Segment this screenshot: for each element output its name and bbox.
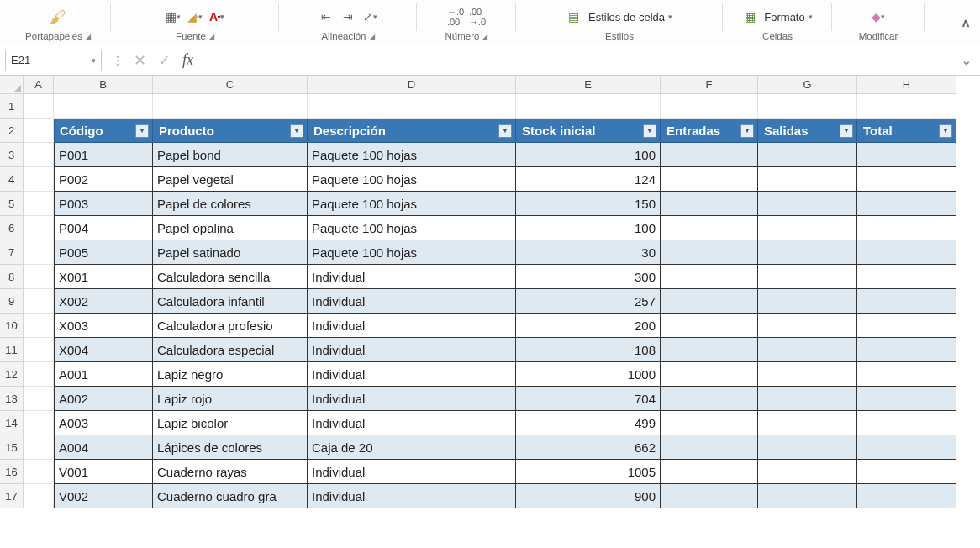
table-cell[interactable]: 1005	[516, 460, 661, 484]
table-cell[interactable]: Caja de 20	[308, 435, 516, 460]
fill-color-icon[interactable]: ◢▾	[187, 9, 203, 24]
table-cell[interactable]: Individual	[308, 362, 516, 387]
cell[interactable]	[24, 314, 54, 338]
cell[interactable]	[758, 94, 857, 119]
row-header[interactable]: 15	[0, 435, 24, 460]
table-cell[interactable]	[661, 484, 758, 508]
cell[interactable]	[24, 338, 54, 362]
table-cell[interactable]: A003	[54, 411, 153, 435]
row-header[interactable]: 12	[0, 362, 24, 387]
cell[interactable]	[308, 94, 516, 119]
cell[interactable]	[24, 265, 54, 289]
table-cell[interactable]	[758, 460, 857, 484]
format-button[interactable]: Formato▾	[764, 11, 812, 24]
table-header[interactable]: Producto▼	[153, 119, 308, 143]
column-header[interactable]: A	[24, 76, 54, 94]
table-cell[interactable]	[857, 460, 956, 484]
filter-dropdown-icon[interactable]: ▼	[643, 124, 656, 138]
column-header[interactable]: E	[516, 76, 661, 94]
table-header[interactable]: Descripción▼	[308, 119, 516, 143]
row-header[interactable]: 3	[0, 143, 24, 167]
table-cell[interactable]: P001	[54, 143, 153, 167]
table-cell[interactable]: 900	[516, 484, 661, 508]
table-cell[interactable]: Papel vegetal	[153, 167, 308, 192]
filter-dropdown-icon[interactable]: ▼	[290, 124, 303, 138]
filter-dropdown-icon[interactable]: ▼	[498, 124, 512, 138]
table-cell[interactable]	[857, 314, 956, 338]
clear-icon[interactable]: ◆▾	[871, 9, 886, 24]
format-icon[interactable]: ▦	[742, 9, 757, 24]
column-header[interactable]: B	[54, 76, 153, 94]
row-header[interactable]: 4	[0, 167, 24, 192]
table-cell[interactable]	[661, 216, 758, 240]
row-header[interactable]: 11	[0, 338, 24, 362]
cell[interactable]	[153, 94, 308, 119]
increase-decimal-icon[interactable]: ←.0.00	[448, 9, 463, 24]
table-cell[interactable]: Papel satinado	[153, 240, 308, 265]
cell[interactable]	[24, 216, 54, 240]
table-cell[interactable]: Cuaderno rayas	[153, 460, 308, 484]
table-cell[interactable]	[758, 143, 857, 167]
row-header[interactable]: 9	[0, 289, 24, 314]
table-cell[interactable]: Paquete 100 hojas	[308, 216, 516, 240]
table-cell[interactable]	[758, 411, 857, 435]
table-header[interactable]: Total▼	[857, 119, 956, 143]
paste-brush-icon[interactable]: 🖌	[50, 9, 66, 24]
chevron-down-icon[interactable]: ▾	[92, 56, 96, 65]
table-cell[interactable]: P004	[54, 216, 153, 240]
table-cell[interactable]	[857, 435, 956, 460]
column-header[interactable]: C	[153, 76, 308, 94]
font-color-icon[interactable]: A▾	[209, 9, 224, 24]
table-cell[interactable]: 300	[516, 265, 661, 289]
dialog-launcher-icon[interactable]: ◢	[209, 33, 214, 40]
cell[interactable]	[24, 362, 54, 387]
table-cell[interactable]: X003	[54, 314, 153, 338]
table-cell[interactable]: P002	[54, 167, 153, 192]
cell[interactable]	[54, 94, 153, 119]
table-cell[interactable]	[758, 314, 857, 338]
table-cell[interactable]: 704	[516, 387, 661, 411]
dialog-launcher-icon[interactable]: ◢	[482, 33, 487, 40]
table-cell[interactable]: Calculadora especial	[153, 338, 308, 362]
row-header[interactable]: 10	[0, 314, 24, 338]
dialog-launcher-icon[interactable]: ◢	[370, 33, 375, 40]
table-cell[interactable]	[661, 143, 758, 167]
table-cell[interactable]	[857, 387, 956, 411]
table-header[interactable]: Entradas▼	[661, 119, 758, 143]
column-header[interactable]: H	[857, 76, 956, 94]
row-header[interactable]: 13	[0, 387, 24, 411]
table-cell[interactable]	[758, 192, 857, 216]
table-cell[interactable]	[661, 167, 758, 192]
table-cell[interactable]	[661, 362, 758, 387]
table-cell[interactable]: Paquete 100 hojas	[308, 192, 516, 216]
table-cell[interactable]: 200	[516, 314, 661, 338]
table-cell[interactable]	[758, 289, 857, 314]
table-cell[interactable]: P003	[54, 192, 153, 216]
cell[interactable]	[24, 289, 54, 314]
table-cell[interactable]: A002	[54, 387, 153, 411]
table-cell[interactable]: A001	[54, 362, 153, 387]
table-cell[interactable]: Paquete 100 hojas	[308, 143, 516, 167]
table-cell[interactable]	[857, 192, 956, 216]
filter-dropdown-icon[interactable]: ▼	[740, 124, 754, 138]
name-box-resize-icon[interactable]: ⋮	[107, 54, 129, 67]
table-cell[interactable]	[857, 338, 956, 362]
row-header[interactable]: 14	[0, 411, 24, 435]
table-cell[interactable]	[857, 216, 956, 240]
cell-styles-icon[interactable]: ▤	[566, 9, 582, 24]
table-cell[interactable]	[857, 289, 956, 314]
table-cell[interactable]: Individual	[308, 484, 516, 508]
table-cell[interactable]: Papel bond	[153, 143, 308, 167]
table-header[interactable]: Salidas▼	[758, 119, 857, 143]
cancel-icon[interactable]: ✕	[134, 51, 146, 70]
cell[interactable]	[857, 94, 956, 119]
table-cell[interactable]	[661, 240, 758, 265]
table-header[interactable]: Stock inicial▼	[516, 119, 661, 143]
table-cell[interactable]: Individual	[308, 411, 516, 435]
column-header[interactable]: D	[308, 76, 516, 94]
table-cell[interactable]	[857, 240, 956, 265]
table-cell[interactable]: Paquete 100 hojas	[308, 240, 516, 265]
table-cell[interactable]	[857, 143, 956, 167]
table-cell[interactable]: X002	[54, 289, 153, 314]
select-all-corner[interactable]	[0, 76, 24, 94]
